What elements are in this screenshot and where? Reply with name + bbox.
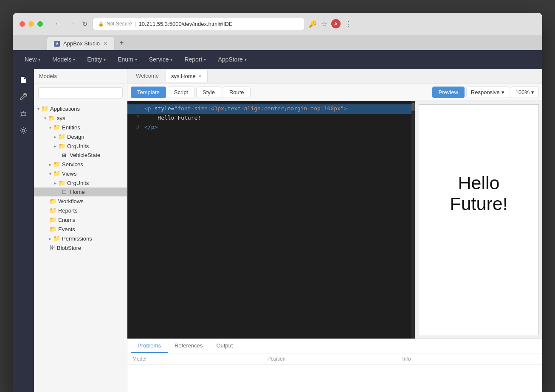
tab-close-icon[interactable]: ✕ [103,41,107,47]
new-tab-button[interactable]: + [115,36,129,50]
maximize-button[interactable] [37,21,43,27]
home-label: Home [70,189,85,195]
toolbar-zoom-select[interactable]: 100% ▾ [511,87,539,98]
reload-button[interactable]: ↻ [80,18,89,30]
tree-item-views[interactable]: ▾ 📁 Views [34,169,127,178]
tree-item-permissions[interactable]: ▸ 📁 Permissions [34,234,127,243]
events-label: Events [58,226,75,232]
sys-chevron-icon: ▾ [44,116,46,120]
tree-item-services[interactable]: ▸ 📁 Services [34,160,127,169]
toolbar-preview-button[interactable]: Preview [432,87,465,98]
enums-label: Enums [58,217,75,223]
back-button[interactable]: ← [53,18,63,29]
rail-wrench-icon[interactable] [16,89,31,104]
col-model: Model [132,356,268,362]
tree-item-reports[interactable]: 📁 Reports [34,206,127,215]
chevron-down-icon: ▾ [501,89,504,95]
menu-entity[interactable]: Entity ▾ [82,53,111,65]
star-icon[interactable]: ☆ [321,20,327,28]
browser-tab-appbox[interactable]: V AppBox Studio ✕ [47,36,115,50]
bottom-tab-references[interactable]: References [168,339,209,353]
tree-item-vehiclestate[interactable]: ⊞ VehicleState [34,151,127,160]
tree-item-blobstore[interactable]: 🗄 BlobStore [34,243,127,252]
services-chevron-icon: ▸ [49,162,51,167]
tree-item-sys[interactable]: ▾ 📁 sys [34,113,127,123]
menu-entity-chevron: ▾ [104,57,106,62]
svg-point-0 [22,112,25,116]
tree-item-entities[interactable]: ▾ 📁 Entities [34,123,127,132]
file-tree-content: ▾ 📁 Applications ▾ 📁 sys ▾ 📁 [34,102,127,392]
home-file-icon: ☐ [62,189,67,195]
menu-models[interactable]: Models ▾ [47,53,80,65]
menu-new[interactable]: New ▾ [20,53,45,65]
tab-welcome[interactable]: Welcome [129,69,166,83]
design-label: Design [67,134,84,140]
tree-item-events[interactable]: 📁 Events [34,224,127,234]
file-tree-search [34,84,127,102]
responsive-label: Responsive [471,89,500,95]
bottom-table: Model Position Info [127,353,542,392]
main-area: Welcome sys.Home ✕ Template Script Style… [127,69,542,392]
toolbar-template-button[interactable]: Template [131,87,166,98]
forward-button[interactable]: → [67,18,77,29]
editor-scrollbar[interactable] [411,101,415,339]
preview-panel: Hello Future! [415,101,542,339]
tree-item-enums[interactable]: 📁 Enums [34,215,127,224]
rail-gear-icon[interactable] [16,123,31,138]
reports-folder-icon: 📁 [49,207,56,214]
minimize-button[interactable] [28,21,34,27]
line-content-3: </p> [144,123,411,130]
menu-enum[interactable]: Enum ▾ [113,53,142,65]
rail-file-icon[interactable] [16,72,31,87]
code-line-1: 1 <p style="font-size:43px;text-align:ce… [127,104,411,114]
icon-rail [13,69,34,392]
toolbar-style-button[interactable]: Style [196,87,221,98]
line-num-3: 3 [127,123,144,130]
rail-bug-icon[interactable] [16,106,31,121]
col-position: Position [268,356,403,362]
tab-sys-home[interactable]: sys.Home ✕ [166,70,208,82]
address-bar[interactable]: 🔒 Not Secure | 10.211.55.3:5000/dev/inde… [93,18,305,30]
search-input[interactable] [38,87,123,98]
browser-nav: ← → ↻ 🔒 Not Secure | 10.211.55.3:5000/de… [53,18,535,30]
close-button[interactable] [20,21,25,27]
preview-text: Hello Future! [419,164,538,223]
scrollbar-thumb[interactable] [411,103,415,111]
menu-report[interactable]: Report ▾ [179,53,211,65]
views-chevron-icon: ▾ [49,171,51,176]
menu-new-chevron: ▾ [38,57,40,62]
tab-sys-home-label: sys.Home [171,73,196,79]
tree-item-orgunits-v[interactable]: ▸ 📁 OrgUnits [34,178,127,188]
reports-label: Reports [58,207,78,214]
toolbar-responsive-select[interactable]: Responsive ▾ [466,87,509,98]
key-icon: 🔑 [308,20,317,28]
toolbar-route-button[interactable]: Route [223,87,251,98]
design-folder-icon: 📁 [58,133,65,140]
file-tree-title: Models [39,73,57,79]
tree-item-applications[interactable]: ▾ 📁 Applications [34,104,127,113]
tree-item-workflows[interactable]: 📁 Workflows [34,196,127,206]
tab-close-icon[interactable]: ✕ [198,73,202,79]
app-body: Models ▾ 📁 Applications ▾ 📁 sys [13,69,542,392]
problems-label: Problems [138,342,161,349]
bottom-tab-output[interactable]: Output [209,339,239,353]
editor-toolbar: Template Script Style Route Preview Resp… [127,84,542,101]
bottom-panel: Problems References Output Model Positio… [127,339,542,392]
orgunits-v-label: OrgUnits [67,180,89,186]
menu-service[interactable]: Service ▾ [144,53,178,65]
address-url: 10.211.55.3:5000/dev/index.html#/IDE [138,21,232,27]
editor-preview-split: 1 <p style="font-size:43px;text-align:ce… [127,101,542,339]
tab-favicon: V [54,41,60,47]
code-editor[interactable]: 1 <p style="font-size:43px;text-align:ce… [127,101,411,339]
tree-item-design[interactable]: ▸ 📁 Design [34,132,127,141]
browser-actions: 🔑 ☆ A ⋮ [308,19,352,28]
toolbar-script-button[interactable]: Script [168,87,194,98]
applications-chevron-icon: ▾ [37,106,39,111]
zoom-label: 100% [516,89,530,95]
tree-item-home[interactable]: ☐ Home [34,188,127,196]
bottom-tab-problems[interactable]: Problems [131,339,168,353]
tree-item-orgunits-e[interactable]: ▸ 📁 OrgUnits [34,141,127,151]
browser-window: ← → ↻ 🔒 Not Secure | 10.211.55.3:5000/de… [13,13,542,392]
menu-icon[interactable]: ⋮ [345,20,352,28]
menu-appstore[interactable]: AppStore ▾ [213,53,251,65]
